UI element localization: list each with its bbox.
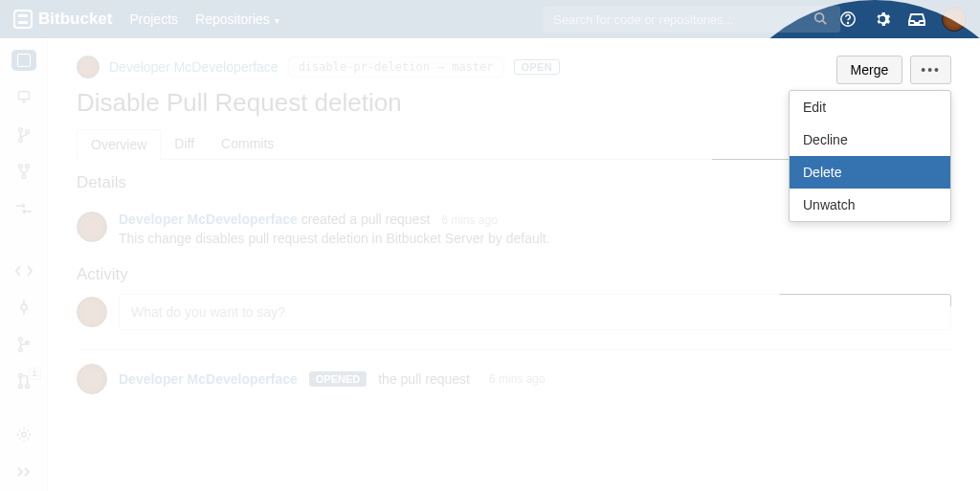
tab-overview[interactable]: Overview <box>77 129 161 160</box>
svg-point-12 <box>18 337 22 341</box>
svg-point-11 <box>21 304 27 310</box>
sidebar-commits-icon[interactable] <box>12 298 35 317</box>
svg-point-7 <box>25 129 29 133</box>
sidebar-compare-icon[interactable] <box>12 198 35 217</box>
nav-repositories[interactable]: Repositories ▾ <box>195 11 279 27</box>
sidebar-branches-icon[interactable] <box>12 334 35 353</box>
menu-item-unwatch[interactable]: Unwatch <box>790 189 950 221</box>
comment-input[interactable] <box>119 294 951 330</box>
activity-suffix: the pull request <box>378 371 470 387</box>
target-branch: master <box>452 60 493 74</box>
sidebar-repo-icon[interactable] <box>11 50 36 71</box>
menu-item-decline[interactable]: Decline <box>790 123 950 156</box>
arrow-right-icon: → <box>437 60 444 74</box>
author-link[interactable]: Developer McDeveloperface <box>109 59 278 75</box>
svg-point-10 <box>22 175 26 179</box>
details-heading: Details <box>77 173 126 192</box>
details-action-text: created a pull request <box>301 212 431 227</box>
details-time: 6 mins ago <box>441 213 498 227</box>
chevron-down-icon: ▾ <box>272 15 279 26</box>
svg-line-1 <box>823 20 827 24</box>
menu-item-edit[interactable]: Edit <box>790 91 950 123</box>
nav-projects[interactable]: Projects <box>129 11 178 27</box>
author-avatar <box>77 56 100 78</box>
sidebar: 1 <box>0 38 48 491</box>
opened-lozenge: OPENED <box>309 371 367 387</box>
svg-point-5 <box>18 128 22 132</box>
svg-point-16 <box>18 385 22 389</box>
svg-point-3 <box>847 23 848 24</box>
comment-avatar <box>77 297 107 327</box>
bitbucket-icon <box>13 10 33 29</box>
sidebar-branch-icon[interactable] <box>12 125 35 145</box>
details-author-link[interactable]: Developer McDeveloperface <box>119 212 298 227</box>
activity-time: 6 mins ago <box>489 372 546 386</box>
gear-icon[interactable] <box>873 10 892 29</box>
svg-rect-4 <box>18 92 29 100</box>
svg-point-17 <box>25 385 29 389</box>
svg-point-13 <box>18 347 22 351</box>
svg-point-0 <box>815 12 824 21</box>
svg-point-15 <box>18 374 22 378</box>
activity-avatar <box>77 364 107 394</box>
svg-point-9 <box>25 165 29 168</box>
svg-point-18 <box>21 433 26 437</box>
sidebar-source-icon[interactable] <box>12 260 35 279</box>
separator <box>77 349 951 350</box>
sidebar-clone-icon[interactable] <box>12 88 35 107</box>
tray-icon[interactable] <box>907 10 926 29</box>
svg-point-6 <box>18 138 22 142</box>
activity-heading: Activity <box>77 265 951 284</box>
activity-author-link[interactable]: Developer McDeveloperface <box>119 371 298 387</box>
sidebar-expand-icon[interactable] <box>12 462 35 481</box>
branch-info: disable-pr-deletion → master <box>288 56 504 78</box>
search-input[interactable] <box>544 6 840 33</box>
tab-commits[interactable]: Commits <box>208 129 287 159</box>
brand-text: Bitbucket <box>38 10 112 29</box>
merge-button[interactable]: Merge <box>836 56 903 84</box>
pr-description: This change disables pull request deleti… <box>119 231 951 246</box>
help-icon[interactable] <box>838 10 858 29</box>
svg-point-8 <box>18 165 22 168</box>
pr-count-badge: 1 <box>28 368 40 380</box>
app-logo[interactable]: Bitbucket <box>13 10 112 29</box>
user-avatar[interactable] <box>942 7 967 32</box>
source-branch: disable-pr-deletion <box>299 60 430 74</box>
more-actions-button[interactable]: ••• <box>910 56 951 84</box>
search-icon[interactable] <box>813 11 827 28</box>
more-actions-menu: Edit Decline Delete Unwatch <box>789 90 951 222</box>
menu-item-delete[interactable]: Delete <box>790 156 950 189</box>
details-avatar <box>77 212 107 242</box>
sidebar-pullrequests-icon[interactable]: 1 <box>12 371 35 391</box>
sidebar-settings-icon[interactable] <box>12 425 35 444</box>
tab-diff[interactable]: Diff <box>161 129 208 159</box>
status-badge: OPEN <box>514 59 560 75</box>
sidebar-fork-icon[interactable] <box>12 162 35 181</box>
